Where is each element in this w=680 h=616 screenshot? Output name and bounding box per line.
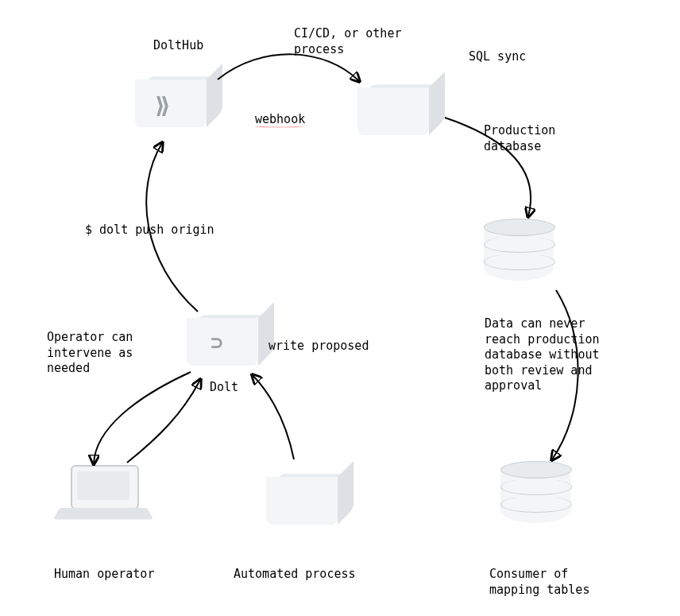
consumer-node xyxy=(500,461,570,531)
cicd-label: CI/CD, or other process xyxy=(294,26,401,57)
dolthub-label: DoltHub xyxy=(153,38,203,54)
dolt-label: Dolt xyxy=(210,380,238,396)
automated-label: Automated process xyxy=(234,567,356,583)
push-label: $ dolt push origin xyxy=(85,223,214,238)
laptop-icon xyxy=(60,465,147,529)
sqlsync-label: SQL sync xyxy=(469,49,526,65)
write-proposed-label: write proposed xyxy=(269,339,369,354)
automated-node xyxy=(266,461,338,533)
spellcheck-squiggle xyxy=(255,125,303,127)
human-label: Human operator xyxy=(54,567,154,583)
cube-icon xyxy=(266,461,338,533)
cube-icon: ⊃ xyxy=(187,302,258,374)
consumer-label: Consumer of mapping tables xyxy=(489,567,589,598)
proddb-node xyxy=(484,219,554,289)
cicd-node xyxy=(357,72,429,143)
intervene-label: Operator can intervene as needed xyxy=(47,330,133,377)
cube-icon xyxy=(357,72,429,143)
proddb-label: Production database xyxy=(484,123,555,154)
dolt-node: ⊃ xyxy=(187,302,258,374)
database-icon xyxy=(500,461,570,531)
human-node xyxy=(60,465,147,529)
diagram-canvas: { "nodes": { "dolthub": {"label": "DoltH… xyxy=(0,0,680,616)
cube-icon: ⟫ xyxy=(135,64,207,135)
dolthub-node: ⟫ xyxy=(135,64,207,135)
note-label: Data can never reach production database… xyxy=(485,316,600,394)
database-icon xyxy=(484,219,554,289)
